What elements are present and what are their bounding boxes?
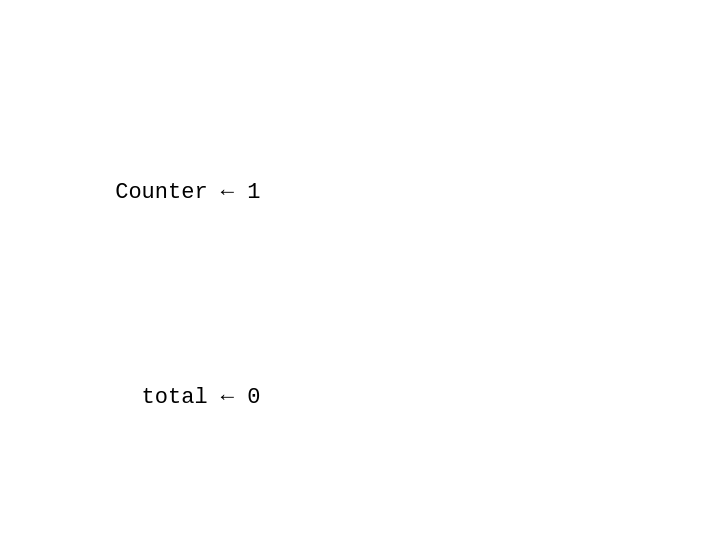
- code-text-line2: total ← 0: [115, 385, 260, 410]
- code-text-line1: Counter ← 1: [115, 180, 260, 205]
- code-line-2: total ← 0: [36, 347, 684, 449]
- code-line-1: Counter ← 1: [36, 142, 684, 244]
- main-container: Counter ← 1 total ← 0 LOOP TOTAL ← TOTAL…: [0, 0, 720, 540]
- code-block: Counter ← 1 total ← 0 LOOP TOTAL ← TOTAL…: [36, 40, 684, 540]
